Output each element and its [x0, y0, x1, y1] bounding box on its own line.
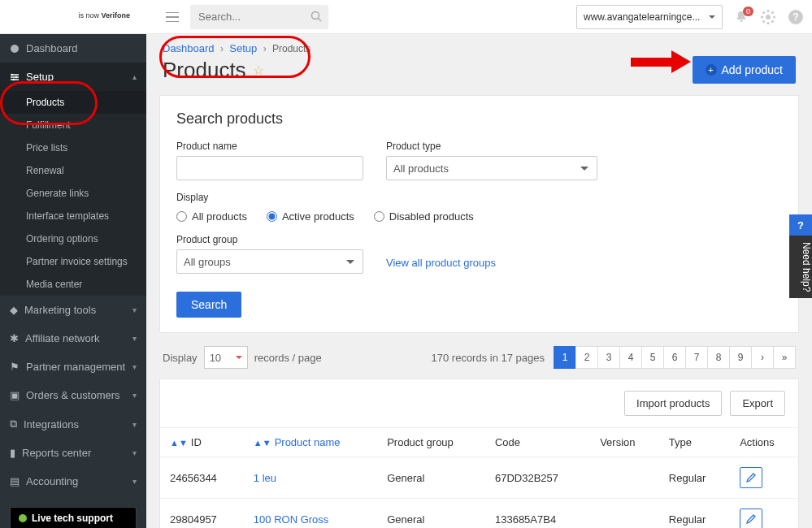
page-7[interactable]: 7 [685, 346, 708, 369]
edit-button[interactable] [740, 467, 762, 488]
chevron-down-icon: ▾ [132, 420, 137, 429]
product-group-select[interactable]: All groups [176, 249, 363, 274]
chevron-down-icon: ▾ [132, 362, 137, 371]
breadcrumb-setup[interactable]: Setup [229, 42, 257, 54]
partner-icon: ⚑ [10, 361, 20, 373]
sidebar-sub-ordering[interactable]: Ordering options [0, 227, 146, 250]
cell-group: General [377, 499, 485, 529]
sidebar-item-orders[interactable]: ▣Orders & customers▾ [0, 381, 146, 409]
th-id[interactable]: ▲▼ID [160, 428, 244, 457]
search-button[interactable]: Search [176, 292, 241, 318]
sort-icon: ▲▼ [254, 438, 271, 448]
chevron-down-icon: ▾ [132, 477, 137, 486]
sidebar-item-accounting[interactable]: ▤Accounting▾ [0, 467, 146, 496]
sort-icon: ▲▼ [170, 438, 188, 448]
svg-point-5 [11, 45, 19, 53]
page-8[interactable]: 8 [707, 346, 730, 369]
sidebar-sub-renewal[interactable]: Renewal [0, 159, 146, 182]
product-group-label: Product group [176, 234, 363, 245]
sidebar-label: Orders & customers [26, 389, 120, 401]
add-button-label: Add product [722, 63, 784, 76]
th-group: Product group [377, 428, 485, 457]
status-dot-icon [19, 514, 27, 522]
sidebar-sub-fulfillment[interactable]: Fulfillment [0, 114, 146, 136]
reports-icon: ▮ [10, 447, 15, 459]
help-icon[interactable]: ? [788, 9, 804, 25]
sidebar-sub-products[interactable]: Products [0, 91, 146, 114]
account-dropdown[interactable]: www.avangatelearningce... [576, 5, 723, 29]
sidebar-item-setup[interactable]: Setup ▴ [0, 63, 146, 91]
page-4[interactable]: 4 [619, 346, 642, 369]
sidebar-item-dashboard[interactable]: Dashboard [0, 34, 146, 63]
logo: 2checkout is now Verifone [8, 15, 154, 19]
page-3[interactable]: 3 [597, 346, 620, 369]
breadcrumb-dashboard[interactable]: Dashboard [163, 42, 215, 54]
export-button[interactable]: Export [730, 391, 785, 416]
svg-point-8 [13, 78, 15, 80]
product-type-select[interactable]: All products [386, 156, 597, 180]
sidebar-label: Reports center [22, 447, 91, 459]
cell-version [590, 499, 659, 529]
search-input[interactable] [190, 5, 328, 29]
sidebar-item-reports[interactable]: ▮Reports center▾ [0, 439, 146, 467]
product-name-input[interactable] [176, 156, 363, 180]
th-name[interactable]: ▲▼Product name [244, 428, 377, 457]
radio-active-products[interactable]: Active products [267, 210, 354, 223]
topbar-right: www.avangatelearningce... 0 ? [576, 5, 804, 29]
display-label: Display [163, 352, 198, 364]
page-9[interactable]: 9 [729, 346, 752, 369]
search-icon[interactable] [310, 11, 322, 22]
favorite-star-icon[interactable]: ☆ [253, 63, 264, 78]
live-support-button[interactable]: Live tech support [10, 507, 137, 528]
page-2[interactable]: 2 [575, 346, 598, 369]
page-last[interactable]: » [773, 346, 796, 369]
add-product-button[interactable]: + Add product [693, 56, 797, 84]
sidebar-sub-media[interactable]: Media center [0, 273, 146, 296]
global-search [190, 5, 328, 29]
logo-tagline: is now Verifone [78, 11, 130, 19]
chevron-up-icon: ▴ [132, 72, 137, 81]
th-version: Version [590, 428, 659, 457]
radio-all-products[interactable]: All products [176, 210, 247, 223]
sidebar-item-affiliate[interactable]: ✱Affiliate network▾ [0, 324, 146, 353]
breadcrumb: Dashboard › Setup › Products [146, 34, 812, 54]
topbar: 2checkout is now Verifone www.avangatele… [0, 0, 812, 34]
page-title: Products [163, 58, 246, 83]
notifications-icon[interactable]: 0 [734, 10, 749, 24]
main-content: Dashboard › Setup › Products Products ☆ … [146, 34, 812, 528]
sidebar-sub-pricelists[interactable]: Price lists [0, 136, 146, 159]
product-link[interactable]: 100 RON Gross [254, 513, 328, 526]
sidebar-sub-partnerinvoice[interactable]: Partner invoice settings [0, 250, 146, 273]
setup-submenu: Products Fulfillment Price lists Renewal… [0, 91, 146, 296]
page-next[interactable]: › [751, 346, 774, 369]
chevron-down-icon: ▾ [132, 391, 137, 400]
plus-icon: + [706, 64, 717, 76]
accounting-icon: ▤ [10, 475, 20, 487]
notification-badge: 0 [743, 6, 753, 16]
page-1[interactable]: 1 [554, 346, 576, 369]
product-link[interactable]: 1 leu [254, 472, 276, 484]
help-question-tab[interactable]: ? [789, 214, 812, 236]
sidebar-label: Accounting [26, 475, 78, 487]
view-all-groups-link[interactable]: View all product groups [386, 257, 496, 269]
affiliate-icon: ✱ [10, 332, 19, 344]
sidebar-label: Partner management [26, 361, 125, 373]
sidebar-item-marketing[interactable]: ◆Marketing tools▾ [0, 296, 146, 324]
sidebar-sub-templates[interactable]: Interface templates [0, 205, 146, 227]
per-page-select[interactable]: 10 [204, 346, 248, 369]
sidebar-label: Affiliate network [25, 332, 100, 344]
sidebar-item-integrations[interactable]: ⧉Integrations▾ [0, 409, 146, 439]
chevron-down-icon: ▾ [132, 448, 137, 457]
page-6[interactable]: 6 [663, 346, 686, 369]
sidebar-item-partner[interactable]: ⚑Partner management▾ [0, 353, 146, 381]
import-products-button[interactable]: Import products [624, 391, 722, 416]
menu-toggle-icon[interactable] [166, 12, 179, 22]
svg-point-0 [312, 11, 319, 19]
sidebar-sub-generatelinks[interactable]: Generate links [0, 182, 146, 205]
need-help-tab[interactable]: Need help? [789, 236, 812, 298]
radio-disabled-products[interactable]: Disabled products [374, 210, 474, 223]
breadcrumb-current: Products [272, 43, 310, 54]
edit-button[interactable] [740, 509, 762, 528]
page-5[interactable]: 5 [641, 346, 664, 369]
gear-icon[interactable] [760, 9, 776, 25]
